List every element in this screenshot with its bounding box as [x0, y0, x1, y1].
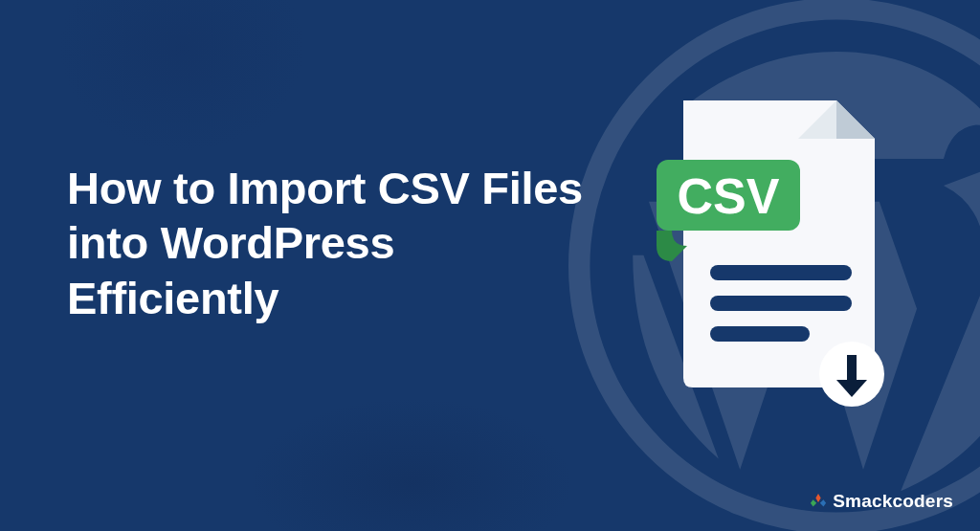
csv-file-illustration: CSV — [645, 100, 884, 407]
background-blob — [57, 0, 306, 153]
headline-text: How to Import CSV Files into WordPress E… — [67, 161, 603, 325]
promo-banner: How to Import CSV Files into WordPress E… — [0, 0, 980, 531]
svg-rect-2 — [710, 265, 852, 280]
svg-rect-6 — [847, 355, 857, 382]
csv-badge-text: CSV — [678, 168, 780, 224]
brand-logo-icon — [810, 493, 827, 510]
background-blob — [249, 397, 574, 531]
brand-name-text: Smackcoders — [833, 491, 953, 512]
brand-badge: Smackcoders — [810, 491, 953, 512]
svg-rect-4 — [710, 326, 810, 342]
svg-rect-3 — [710, 296, 852, 311]
